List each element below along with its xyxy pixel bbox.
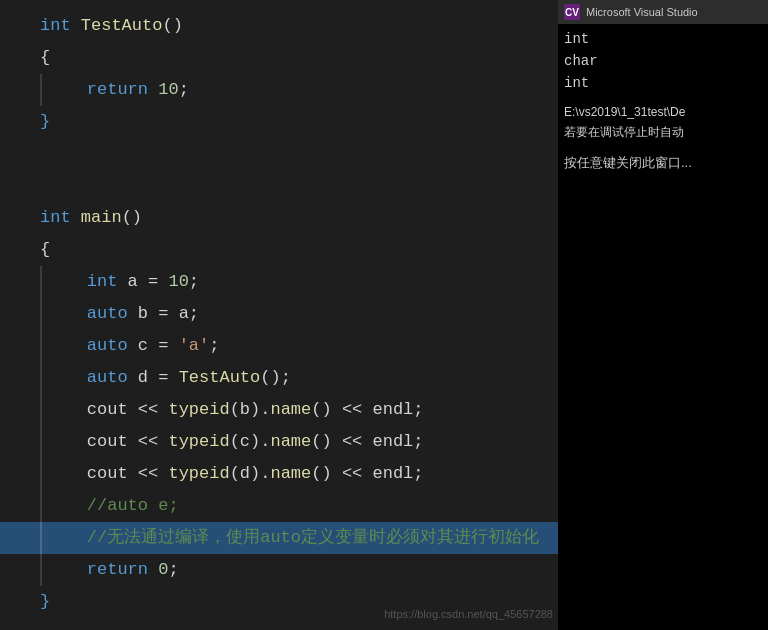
code-line-15: cout << typeid (d). name () << endl; — [0, 458, 565, 490]
code-line-18: return 0 ; — [0, 554, 565, 586]
code-line-6 — [0, 170, 565, 202]
indent-bar — [40, 362, 42, 394]
console-path: E:\vs2019\1_31test\De — [564, 102, 762, 122]
console-title: Microsoft Visual Studio — [586, 6, 698, 18]
indent-bar — [40, 554, 42, 586]
console-prompt: 按任意键关闭此窗口... — [564, 152, 762, 174]
indent-bar — [40, 298, 42, 330]
code-line-9: int a = 10 ; — [0, 266, 565, 298]
code-line-7: int main() — [0, 202, 565, 234]
code-line-14: cout << typeid (c). name () << endl; — [0, 426, 565, 458]
code-line-1: int TestAuto() — [0, 10, 565, 42]
console-line-1: int — [564, 28, 762, 50]
console-panel: CV Microsoft Visual Studio int char int … — [558, 0, 768, 630]
indent-bar — [40, 522, 42, 554]
console-path-info: E:\vs2019\1_31test\De 若要在调试停止时自动 — [564, 102, 762, 142]
indent-bar — [40, 458, 42, 490]
code-line-13: cout << typeid (b). name () << endl; — [0, 394, 565, 426]
console-debug-info: 若要在调试停止时自动 — [564, 122, 762, 142]
code-line-12: auto d = TestAuto (); — [0, 362, 565, 394]
indent-bar — [40, 426, 42, 458]
code-line-5 — [0, 138, 565, 170]
console-output: int char int E:\vs2019\1_31test\De 若要在调试… — [558, 24, 768, 178]
code-line-2: { — [0, 42, 565, 74]
watermark: https://blog.csdn.net/qq_45657288 — [384, 608, 553, 620]
code-line-3: return 10 ; — [0, 74, 565, 106]
vs-icon: CV — [564, 4, 580, 20]
indent-bar — [40, 74, 42, 106]
code-line-16: //auto e; — [0, 490, 565, 522]
code-line-17: //无法通过编译，使用auto定义变量时必须对其进行初始化 — [0, 522, 565, 554]
code-line-11: auto c = 'a' ; — [0, 330, 565, 362]
code-line-4: } — [0, 106, 565, 138]
console-title-bar: CV Microsoft Visual Studio — [558, 0, 768, 24]
console-line-3: int — [564, 72, 762, 94]
console-line-2: char — [564, 50, 762, 72]
code-line-10: auto b = a; — [0, 298, 565, 330]
code-line-8: { — [0, 234, 565, 266]
indent-bar — [40, 266, 42, 298]
indent-bar — [40, 330, 42, 362]
indent-bar — [40, 490, 42, 522]
code-editor: int TestAuto() { return 10 ; } int main(… — [0, 0, 565, 630]
indent-bar — [40, 394, 42, 426]
